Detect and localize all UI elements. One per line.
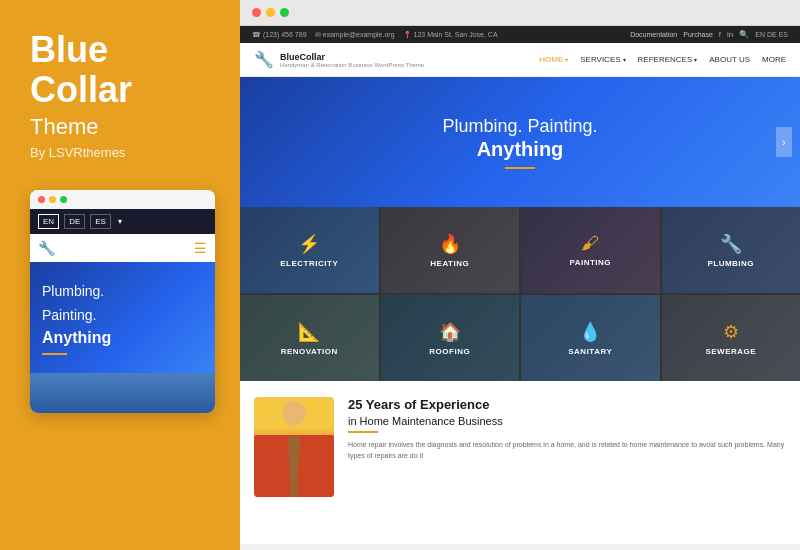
site-logo-icon: 🔧 <box>254 50 274 69</box>
mobile-hero: Plumbing. Painting. Anything <box>30 262 215 373</box>
site-logo: 🔧 BlueCollar Handyman & Renovation Busin… <box>254 50 424 69</box>
experience-description: Home repair involves the diagnosis and r… <box>348 440 786 461</box>
lang-chevron-icon: ▾ <box>118 217 122 226</box>
service-card-electricity[interactable]: ⚡ Electricity <box>240 207 379 293</box>
service-card-heating[interactable]: 🔥 Heating <box>381 207 520 293</box>
topbar-search-icon[interactable]: 🔍 <box>739 30 749 39</box>
hero-content: Plumbing. Painting. Anything <box>442 115 597 169</box>
nav-home[interactable]: HOME▾ <box>539 55 568 64</box>
service-card-renovation[interactable]: 📐 Renovation <box>240 295 379 381</box>
right-panel: ☎ (123) 456 789 ✉ example@example.org 📍 … <box>240 0 800 550</box>
nav-more[interactable]: MORE <box>762 55 786 64</box>
topbar-purchase-link[interactable]: Purchase <box>683 31 713 38</box>
service-overlay-heating: 🔥 Heating <box>381 207 520 293</box>
mobile-header: 🔧 ☰ <box>30 234 215 262</box>
topbar-phone: ☎ (123) 456 789 <box>252 31 307 39</box>
sewerage-icon: ⚙ <box>723 321 739 343</box>
mobile-dot-green <box>60 196 67 203</box>
service-card-roofing[interactable]: 🏠 Roofing <box>381 295 520 381</box>
theme-by: By LSVRthemes <box>30 145 220 160</box>
sanitary-icon: 💧 <box>579 321 601 343</box>
service-card-sanitary[interactable]: 💧 Sanitary <box>521 295 660 381</box>
mobile-dot-yellow <box>49 196 56 203</box>
browser-dot-green <box>280 8 289 17</box>
service-label-roofing: Roofing <box>429 347 470 356</box>
browser-dot-yellow <box>266 8 275 17</box>
site-logo-text: BlueCollar Handyman & Renovation Busines… <box>280 52 424 68</box>
service-label-heating: Heating <box>430 259 469 268</box>
hero-bold-text: Anything <box>442 138 597 161</box>
service-overlay-electricity: ⚡ Electricity <box>240 207 379 293</box>
site-logo-name: BlueCollar <box>280 52 424 62</box>
mobile-dot-red <box>38 196 45 203</box>
service-label-sanitary: Sanitary <box>568 347 612 356</box>
service-overlay-sewerage: ⚙ Sewerage <box>662 295 801 381</box>
topbar-left: ☎ (123) 456 789 ✉ example@example.org 📍 … <box>252 31 498 39</box>
hero-next-arrow[interactable]: › <box>776 127 792 157</box>
nav-references[interactable]: REFERENCES▾ <box>638 55 698 64</box>
mobile-nav: EN DE ES ▾ <box>30 209 215 234</box>
site-logo-tagline: Handyman & Renovation Business WordPress… <box>280 62 424 68</box>
mobile-logo-icon: 🔧 <box>38 240 55 256</box>
topbar-email: ✉ example@example.org <box>315 31 395 39</box>
service-label-painting: Painting <box>569 258 611 267</box>
mobile-thumbnail <box>30 373 215 413</box>
mobile-browser-chrome <box>30 190 215 209</box>
worker-head <box>282 401 306 425</box>
service-label-renovation: Renovation <box>281 347 338 356</box>
service-overlay-renovation: 📐 Renovation <box>240 295 379 381</box>
mobile-hero-bold: Anything <box>42 329 203 347</box>
topbar-right: Documentation Purchase f in 🔍 EN DE ES <box>630 30 788 39</box>
mobile-hero-text1: Plumbing. <box>42 282 203 302</box>
mobile-hamburger-icon[interactable]: ☰ <box>194 240 207 256</box>
theme-title: Blue Collar <box>30 30 220 109</box>
electricity-icon: ⚡ <box>298 233 320 255</box>
left-panel: Blue Collar Theme By LSVRthemes EN DE ES… <box>0 0 240 550</box>
site-header: 🔧 BlueCollar Handyman & Renovation Busin… <box>240 43 800 77</box>
site-nav: HOME▾ SERVICES▾ REFERENCES▾ ABOUT US MOR… <box>539 55 786 64</box>
nav-services[interactable]: SERVICES▾ <box>580 55 625 64</box>
topbar-linkedin-icon[interactable]: in <box>727 30 733 39</box>
experience-section: 25 Years of Experience in Home Maintenan… <box>240 381 800 513</box>
roofing-icon: 🏠 <box>439 321 461 343</box>
experience-title: 25 Years of Experience <box>348 397 786 412</box>
service-overlay-roofing: 🏠 Roofing <box>381 295 520 381</box>
experience-accent-line <box>348 431 378 433</box>
service-overlay-sanitary: 💧 Sanitary <box>521 295 660 381</box>
topbar-doc-link[interactable]: Documentation <box>630 31 677 38</box>
service-label-sewerage: Sewerage <box>705 347 756 356</box>
experience-subtitle: in Home Maintenance Business <box>348 415 786 427</box>
renovation-icon: 📐 <box>298 321 320 343</box>
site-hero: Plumbing. Painting. Anything › <box>240 77 800 207</box>
browser-chrome <box>240 0 800 26</box>
nav-about[interactable]: ABOUT US <box>709 55 750 64</box>
service-card-plumbing[interactable]: 🔧 Plumbing <box>662 207 801 293</box>
mobile-hero-accent-line <box>42 353 67 355</box>
service-overlay-painting: 🖌 Painting <box>521 207 660 293</box>
lang-es[interactable]: ES <box>90 214 111 229</box>
browser-dot-red <box>252 8 261 17</box>
website-preview: ☎ (123) 456 789 ✉ example@example.org 📍 … <box>240 26 800 544</box>
topbar-address: 📍 123 Main St, San Jose, CA <box>403 31 498 39</box>
mobile-hero-text2: Painting. <box>42 306 203 326</box>
service-label-electricity: Electricity <box>280 259 338 268</box>
service-overlay-plumbing: 🔧 Plumbing <box>662 207 801 293</box>
mobile-preview: EN DE ES ▾ 🔧 ☰ Plumbing. Painting. Anyth… <box>30 190 215 413</box>
service-card-painting[interactable]: 🖌 Painting <box>521 207 660 293</box>
topbar-langs: EN DE ES <box>755 31 788 38</box>
theme-subtitle: Theme <box>30 114 220 140</box>
lang-de[interactable]: DE <box>64 214 85 229</box>
painting-icon: 🖌 <box>581 233 599 254</box>
service-card-sewerage[interactable]: ⚙ Sewerage <box>662 295 801 381</box>
hero-accent-line <box>505 167 535 169</box>
services-grid: ⚡ Electricity 🔥 Heating 🖌 Painting <box>240 207 800 381</box>
hero-text: Plumbing. Painting. <box>442 115 597 138</box>
worker-figure <box>254 397 334 497</box>
heating-icon: 🔥 <box>439 233 461 255</box>
lang-en[interactable]: EN <box>38 214 59 229</box>
site-topbar: ☎ (123) 456 789 ✉ example@example.org 📍 … <box>240 26 800 43</box>
experience-content: 25 Years of Experience in Home Maintenan… <box>348 397 786 461</box>
topbar-facebook-icon[interactable]: f <box>719 30 721 39</box>
plumbing-icon: 🔧 <box>720 233 742 255</box>
service-label-plumbing: Plumbing <box>707 259 754 268</box>
